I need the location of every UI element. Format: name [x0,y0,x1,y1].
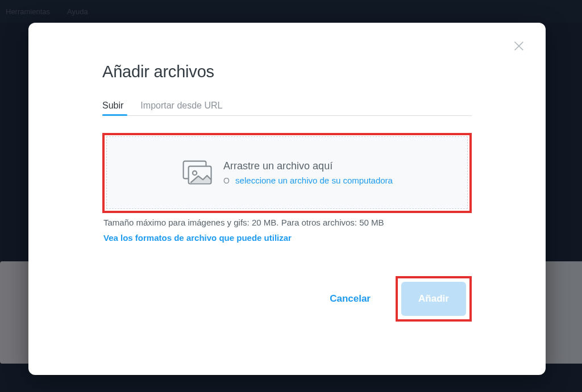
tab-import-label: Importar desde URL [140,101,222,110]
dropzone-drag-label: Arrastre un archivo aquí [223,160,393,172]
dropzone-text: Arrastre un archivo aquí o seleccione un… [223,160,393,185]
dropzone-select-link[interactable]: seleccione un archivo de su computadora [235,176,393,185]
close-button[interactable] [513,40,526,53]
add-files-modal: Añadir archivos Subir Importar desde URL [28,23,546,375]
max-size-note: Tamaño máximo para imágenes y gifs: 20 M… [103,218,471,227]
tabs: Subir Importar desde URL [102,101,472,116]
tab-upload[interactable]: Subir [102,101,123,115]
dropzone-highlight: Arrastre un archivo aquí o seleccione un… [102,133,472,213]
modal-title: Añadir archivos [102,62,472,81]
formats-link[interactable]: Vea los formatos de archivo que puede ut… [103,233,292,243]
add-button[interactable]: Añadir [401,282,466,316]
close-icon [513,44,525,54]
file-dropzone[interactable]: Arrastre un archivo aquí o seleccione un… [106,136,468,209]
add-button-highlight: Añadir [396,276,472,322]
tab-upload-label: Subir [102,101,123,110]
modal-footer: Cancelar Añadir [102,276,472,322]
dropzone-or-label: o [223,176,230,185]
images-icon [181,159,214,186]
tab-import-url[interactable]: Importar desde URL [140,101,222,115]
cancel-button[interactable]: Cancelar [330,293,371,305]
